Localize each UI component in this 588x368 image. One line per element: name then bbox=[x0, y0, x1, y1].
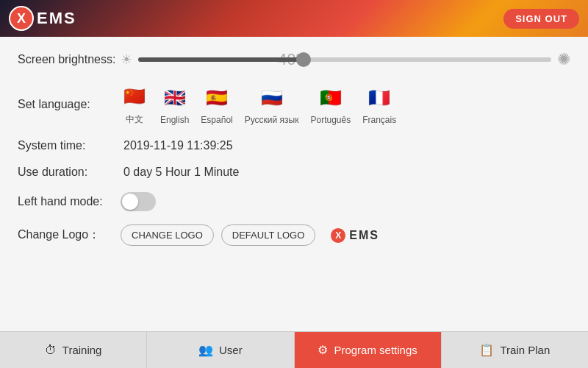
sun-small-icon: ☀ bbox=[121, 52, 132, 68]
sun-large-icon: ✺ bbox=[557, 50, 570, 69]
left-hand-toggle[interactable] bbox=[121, 192, 156, 211]
brightness-slider[interactable] bbox=[138, 57, 551, 62]
nav-label-user: User bbox=[219, 344, 243, 356]
default-logo-button[interactable]: DEFAULT LOGO bbox=[221, 224, 316, 246]
flag-pt: 🇵🇹 bbox=[317, 84, 345, 112]
use-duration-value: 0 day 5 Hour 1 Minute bbox=[123, 166, 239, 179]
language-row: Set language: 🇨🇳 中文 🇬🇧 English 🇪🇸 Españo… bbox=[18, 82, 570, 126]
lang-name-zh: 中文 bbox=[126, 113, 143, 126]
header: X EMS SIGN OUT bbox=[0, 0, 588, 37]
flag-es: 🇪🇸 bbox=[203, 84, 231, 112]
flag-fr: 🇫🇷 bbox=[365, 84, 393, 112]
system-time-value: 2019-11-19 11:39:25 bbox=[123, 139, 233, 152]
lang-name-fr: Français bbox=[362, 115, 396, 125]
nav-label-training: Training bbox=[62, 344, 102, 356]
change-logo-row: Change Logo： CHANGE LOGO DEFAULT LOGO X … bbox=[18, 224, 570, 246]
nav-tab-user[interactable]: 👥 User bbox=[147, 332, 294, 368]
nav-tab-train_plan[interactable]: 📋 Train Plan bbox=[442, 332, 588, 368]
sign-out-button[interactable]: SIGN OUT bbox=[503, 9, 579, 29]
brightness-slider-container: ☀ ✺ bbox=[121, 50, 570, 69]
nav-icon-program_settings: ⚙ bbox=[318, 343, 328, 357]
language-option-ru[interactable]: 🇷🇺 Русский язык bbox=[245, 84, 299, 125]
lang-name-pt: Português bbox=[310, 115, 351, 125]
logo-x-icon: X bbox=[9, 6, 34, 31]
change-logo-button[interactable]: CHANGE LOGO bbox=[121, 224, 214, 246]
use-duration-row: Use duration: 0 day 5 Hour 1 Minute bbox=[18, 166, 570, 179]
brightness-row: Screen brightness: 40% ☀ ✺ bbox=[18, 50, 570, 69]
slider-thumb bbox=[296, 52, 311, 67]
bottom-nav: ⏱ Training 👥 User ⚙ Program settings 📋 T… bbox=[0, 331, 588, 368]
language-option-es[interactable]: 🇪🇸 Español bbox=[201, 84, 232, 125]
brightness-label: Screen brightness: bbox=[18, 53, 121, 66]
left-hand-mode-row: Left hand mode: bbox=[18, 192, 570, 211]
language-options: 🇨🇳 中文 🇬🇧 English 🇪🇸 Español 🇷🇺 Русский я… bbox=[121, 82, 396, 126]
flag-zh: 🇨🇳 bbox=[121, 82, 148, 110]
nav-label-program_settings: Program settings bbox=[334, 344, 417, 356]
toggle-knob bbox=[122, 194, 138, 210]
language-option-zh[interactable]: 🇨🇳 中文 bbox=[121, 82, 148, 126]
lang-name-es: Español bbox=[201, 115, 232, 125]
language-option-pt[interactable]: 🇵🇹 Português bbox=[310, 84, 351, 125]
main-content: Screen brightness: 40% ☀ ✺ Set language:… bbox=[0, 37, 588, 331]
language-option-en[interactable]: 🇬🇧 English bbox=[160, 84, 189, 125]
ems-text-small: EMS bbox=[349, 229, 379, 242]
nav-label-train_plan: Train Plan bbox=[500, 344, 550, 356]
flag-en: 🇬🇧 bbox=[161, 84, 189, 112]
logo-text: EMS bbox=[37, 9, 76, 28]
use-duration-label: Use duration: bbox=[18, 166, 121, 179]
lang-name-ru: Русский язык bbox=[245, 115, 299, 125]
nav-icon-training: ⏱ bbox=[45, 344, 57, 357]
language-label: Set language: bbox=[18, 98, 121, 111]
nav-tab-training[interactable]: ⏱ Training bbox=[0, 332, 147, 368]
nav-icon-train_plan: 📋 bbox=[479, 343, 494, 357]
ems-x-small-icon: X bbox=[330, 227, 346, 244]
logo-area: X EMS bbox=[9, 6, 76, 31]
language-option-fr[interactable]: 🇫🇷 Français bbox=[362, 84, 396, 125]
nav-tab-program_settings[interactable]: ⚙ Program settings bbox=[295, 332, 442, 368]
flag-ru: 🇷🇺 bbox=[258, 84, 286, 112]
left-hand-label: Left hand mode: bbox=[18, 195, 121, 208]
change-logo-label: Change Logo： bbox=[18, 227, 121, 243]
system-time-label: System time: bbox=[18, 139, 121, 152]
lang-name-en: English bbox=[160, 115, 189, 125]
system-time-row: System time: 2019-11-19 11:39:25 bbox=[18, 139, 570, 152]
ems-logo-small: X EMS bbox=[330, 227, 379, 244]
nav-icon-user: 👥 bbox=[198, 343, 213, 357]
